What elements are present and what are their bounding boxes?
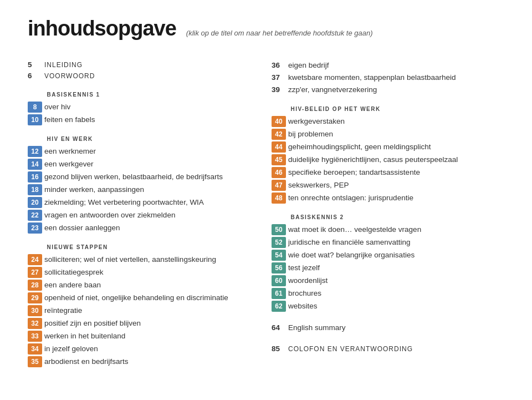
toc-row-52[interactable]: 52 juridische en financiële samenvatting [272,237,504,248]
entry-8: over hiv [44,102,249,113]
toc-row-33[interactable]: 33 werken in het buitenland [28,331,249,342]
entry-39: zzp'er, vangnetverzekering [288,85,504,95]
toc-row-61[interactable]: 61 brochures [272,288,504,299]
page-num-46: 46 [272,167,286,178]
entry-23: een dossier aanleggen [44,223,249,234]
basiskennis1-label-row: basiskennis 1 [28,89,249,99]
toc-content: 5 inleiding 6 voorwoord basiskennis 1 8 … [28,60,504,375]
basiskennis1-section: basiskennis 1 8 over hiv 10 feiten en fa… [28,89,249,125]
toc-row-8[interactable]: 8 over hiv [28,102,249,113]
toc-row-47[interactable]: 47 sekswerkers, PEP [272,180,504,191]
page-num-48: 48 [272,193,286,204]
toc-row-39[interactable]: 39 zzp'er, vangnetverzekering [272,85,504,95]
page-num-39: 39 [272,85,288,94]
entry-40: werkgeverstaken [288,117,504,127]
toc-row-40[interactable]: 40 werkgeverstaken [272,116,504,127]
page-num-61: 61 [272,288,286,299]
standalone-section: 5 inleiding 6 voorwoord [28,60,249,81]
toc-row-voorwoord[interactable]: 6 voorwoord [28,72,249,81]
page-num-23: 23 [28,222,42,234]
entry-18: minder werken, aanpassingen [44,185,249,195]
basiskennis1-label: basiskennis 1 [47,92,100,98]
toc-row-54[interactable]: 54 wie doet wat? belangrijke organisatie… [272,250,504,261]
entry-47: sekswerkers, PEP [288,180,504,191]
entry-12: een werknemer [44,146,249,157]
entry-36: eigen bedrijf [288,60,504,71]
toc-row-35[interactable]: 35 arbodienst en bedrijfsarts [28,356,249,367]
toc-row-28[interactable]: 28 een andere baan [28,280,249,291]
page-num-16: 16 [28,171,42,183]
toc-row-42[interactable]: 42 bij problemen [272,129,504,140]
page-num-37: 37 [272,73,288,82]
toc-row-18[interactable]: 18 minder werken, aanpassingen [28,184,249,195]
page-num-50: 50 [272,224,286,235]
page-num-52: 52 [272,237,286,248]
basiskennis2-label: basiskennis 2 [290,214,344,220]
page-num-20: 20 [28,197,42,208]
entry-voorwoord: voorwoord [44,72,249,81]
page-num-5: 5 [28,60,44,69]
toc-row-12[interactable]: 12 een werknemer [28,146,249,157]
entry-54: wie doet wat? belangrijke organisaties [288,250,504,261]
entry-52: juridische en financiële samenvatting [288,237,504,248]
entry-61: brochures [288,288,504,299]
toc-row-60[interactable]: 60 woordenlijst [272,275,504,286]
entry-64: English summary [288,323,504,333]
page-title: inhoudsopgave [28,17,176,40]
right-column: 36 eigen bedrijf 37 kwetsbare momenten, … [266,60,504,375]
toc-row-45[interactable]: 45 duidelijke hygiënerichtlijnen, casus … [272,154,504,165]
toc-row-23[interactable]: 23 een dossier aanleggen [28,222,249,234]
toc-row-22[interactable]: 22 vragen en antwoorden over ziekmelden [28,210,249,221]
toc-row-32[interactable]: 32 positief zijn en positief blijven [28,318,249,329]
toc-row-16[interactable]: 16 gezond blijven werken, belastbaarheid… [28,171,249,183]
toc-row-56[interactable]: 56 test jezelf [272,262,504,274]
toc-row-14[interactable]: 14 een werkgever [28,159,249,170]
toc-row-20[interactable]: 20 ziekmelding; Wet verbetering poortwac… [28,197,249,208]
page-num-22: 22 [28,210,42,221]
toc-row-46[interactable]: 46 specifieke beroepen; tandartsassisten… [272,167,504,178]
toc-row-29[interactable]: 29 openheid of niet, ongelijke behandeli… [28,292,249,303]
entry-50: wat moet ik doen… veelgestelde vragen [288,225,504,235]
entry-16: gezond blijven werken, belastbaarheid, d… [44,172,249,183]
page-container: inhoudsopgave (klik op de titel om naar … [28,17,504,375]
toc-row-64[interactable]: 64 English summary [272,323,504,333]
page-num-35: 35 [28,356,42,367]
page-num-85: 85 [272,345,288,353]
page-num-24: 24 [28,254,42,265]
toc-row-24[interactable]: 24 solliciteren; wel of niet vertellen, … [28,254,249,265]
page-num-18: 18 [28,184,42,195]
entry-29: openheid of niet, ongelijke behandeling … [44,293,249,303]
page-num-29: 29 [28,292,42,303]
entry-85: colofon en verantwoording [288,345,504,354]
page-num-6: 6 [28,72,44,80]
entry-62: websites [288,301,504,312]
entry-30: reïntegratie [44,306,249,316]
toc-row-50[interactable]: 50 wat moet ik doen… veelgestelde vragen [272,224,504,235]
entry-33: werken in het buitenland [44,331,249,342]
toc-row-62[interactable]: 62 websites [272,301,504,312]
page-num-36: 36 [272,61,288,69]
entry-56: test jezelf [288,263,504,274]
toc-row-44[interactable]: 44 geheimhoudingsplicht, geen meldingspl… [272,141,504,153]
nieuwe-stappen-label: nieuwe stappen [47,244,108,250]
entry-45: duidelijke hygiënerichtlijnen, casus peu… [288,155,504,165]
toc-row-37[interactable]: 37 kwetsbare momenten, stappenplan belas… [272,73,504,83]
toc-row-30[interactable]: 30 reïntegratie [28,305,249,316]
basiskennis2-section: basiskennis 2 50 wat moet ik doen… veelg… [272,211,504,312]
hiv-beleid-label-row: hiv-beleid op het werk [272,103,504,113]
toc-row-34[interactable]: 34 in jezelf geloven [28,343,249,355]
toc-row-36[interactable]: 36 eigen bedrijf [272,60,504,71]
entry-37: kwetsbare momenten, stappenplan belastba… [288,73,504,83]
entry-32: positief zijn en positief blijven [44,318,249,329]
toc-row-48[interactable]: 48 ten onrechte ontslagen: jurisprudenti… [272,193,504,204]
entry-24: solliciteren; wel of niet vertellen, aan… [44,255,249,265]
entry-35: arbodienst en bedrijfsarts [44,357,249,367]
toc-row-10[interactable]: 10 feiten en fabels [28,114,249,125]
entry-10: feiten en fabels [44,115,249,125]
english-summary-section: 64 English summary [272,323,504,333]
toc-row-inleiding[interactable]: 5 inleiding [28,60,249,70]
entry-44: geheimhoudingsplicht, geen meldingsplich… [288,142,504,153]
toc-row-27[interactable]: 27 sollicitatiegesprek [28,267,249,278]
page-num-14: 14 [28,159,42,170]
toc-row-85[interactable]: 85 colofon en verantwoording [272,345,504,354]
